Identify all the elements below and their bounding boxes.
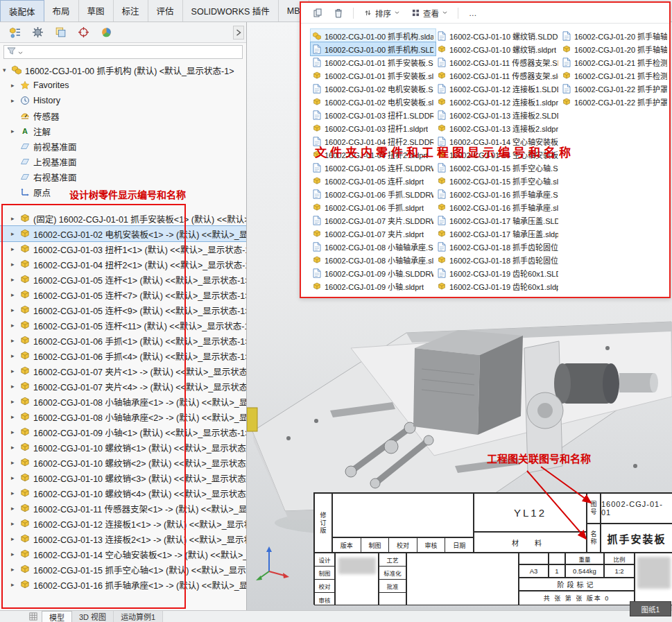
tree-part-item[interactable]: ▸16002-CGJ-01-03 扭杆1<1> (默认) <<默认>_显示状态-… bbox=[0, 241, 246, 257]
expand-arrow-icon[interactable]: ▸ bbox=[11, 276, 20, 283]
file-item[interactable]: 16002-CGJ-01-03 扭杆1.sldprt bbox=[311, 121, 430, 135]
tree-part-item[interactable]: ▸16002-CGJ-01-06 手抓<1> (默认) <<默认>_显示状态-1… bbox=[0, 333, 246, 348]
file-item[interactable]: 16002-CGJ-01-11 传感器支架.SLDDRW bbox=[436, 55, 560, 69]
tree-part-item[interactable]: ▸16002-CGJ-01-05 连杆<7> (默认) <<默认>_显示状态-1… bbox=[0, 287, 246, 302]
file-item[interactable]: 16002-CGJ-01-03 扭杆1.SLDDRW bbox=[311, 108, 436, 121]
file-item[interactable]: 16002-CGJ-01-10 螺纹销.SLDDRW bbox=[436, 29, 560, 42]
tree-part-item[interactable]: ▸16002-CGJ-01-08 小轴轴承座<1> -> (默认) <<默认>_… bbox=[0, 394, 246, 409]
file-item[interactable]: 16002-CGJ-01-08 小轴轴承座.SLDDRW bbox=[311, 240, 436, 253]
tree-folder-item[interactable]: ▸A注解 bbox=[0, 123, 55, 139]
tree-part-item[interactable]: ▸16002-CGJ-01-06 手抓<4> (默认) <<默认>_显示状态-1… bbox=[0, 348, 246, 363]
tree-part-item[interactable]: ▸16002-CGJ-01-05 连杆<1> (默认) <<默认>_显示状态-1… bbox=[0, 272, 246, 287]
file-item[interactable]: 16002-CGJ-01-04 扭杆2.sldprt bbox=[311, 148, 430, 161]
propertymanager-tab-icon[interactable] bbox=[30, 25, 45, 40]
tree-part-item[interactable]: ▸16002-CGJ-01-13 连接板2<1> -> (默认) <<默认>_显… bbox=[0, 531, 246, 546]
tree-part-item[interactable]: ▸16002-CGJ-01-10 螺纹销<4> (默认) <<默认>_显示状态-… bbox=[0, 485, 246, 501]
file-item[interactable]: 16002-CGJ-01-13 连接板2.SLDDRW bbox=[436, 108, 560, 121]
expand-arrow-icon[interactable]: ▸ bbox=[11, 97, 20, 104]
sheet-tab[interactable]: 图纸1 bbox=[630, 601, 671, 616]
file-item[interactable]: 16002-CGJ-01-21 抓手检测块.SLDDRW bbox=[560, 55, 669, 69]
file-item[interactable]: 16002-CGJ-01-22 抓手护罩.sldprt bbox=[560, 95, 669, 108]
expand-arrow-icon[interactable]: ▸ bbox=[11, 261, 20, 268]
file-item[interactable]: 16002-CGJ-01-13 连接板2.sldprt bbox=[436, 121, 560, 135]
file-item[interactable]: 16002-CGJ-01-19 齿轮60x1.SLDDRW bbox=[436, 266, 560, 279]
file-item[interactable]: 16002-CGJ-01-18 抓手齿轮固位块.SLDDRW bbox=[436, 240, 560, 253]
file-item[interactable]: 16002-CGJ-01-21 抓手检测块.sldprt bbox=[560, 69, 669, 82]
dimxpertmanager-tab-icon[interactable] bbox=[76, 25, 91, 40]
tree-part-item[interactable]: ▸(固定) 16002-CGJ-01-01 抓手安装板<1> (默认) <<默认… bbox=[0, 211, 246, 226]
expand-arrow-icon[interactable]: ▸ bbox=[11, 413, 20, 420]
tree-folder-item[interactable]: 右视基准面 bbox=[0, 169, 81, 184]
tree-part-item[interactable]: ▸16002-CGJ-01-07 夹片<1> -> (默认) <<默认>_显示状… bbox=[0, 363, 246, 379]
expand-arrow-icon[interactable]: ▾ bbox=[3, 67, 12, 74]
file-item[interactable]: 16002-CGJ-01-16 抓手轴承座.SLDDRW bbox=[436, 187, 560, 200]
commandmanager-tab[interactable]: 标注 bbox=[114, 0, 148, 21]
expand-arrow-icon[interactable]: ▸ bbox=[11, 474, 20, 481]
file-item[interactable]: 16002-CGJ-01-14 空心轴安装板.SLDDRW bbox=[436, 135, 560, 148]
file-item[interactable]: 16002-CGJ-01-04 扭杆2.SLDDRW bbox=[311, 135, 436, 148]
expand-arrow-icon[interactable]: ▸ bbox=[11, 82, 20, 89]
tree-part-item[interactable]: ▸16002-CGJ-01-14 空心轴安装板<1> -> (默认) <<默认>… bbox=[0, 546, 246, 562]
file-item[interactable]: 16002-CGJ-01-11 传感器支架.sldprt bbox=[436, 69, 560, 82]
file-item[interactable]: 16002-CGJ-01-07 夹片.sldprt bbox=[311, 227, 426, 240]
tree-part-item[interactable]: ▸16002-CGJ-01-15 抓手空心轴<1> (默认) <<默认>_显示状… bbox=[0, 562, 246, 577]
expand-arrow-icon[interactable]: ▸ bbox=[11, 444, 20, 451]
expand-arrow-icon[interactable]: ▸ bbox=[11, 306, 20, 313]
expand-arrow-icon[interactable]: ▸ bbox=[11, 215, 20, 222]
tree-filter[interactable] bbox=[3, 45, 243, 59]
expand-arrow-icon[interactable]: ▸ bbox=[11, 535, 20, 542]
view-button[interactable]: 查看 bbox=[406, 5, 453, 21]
file-item[interactable]: 16002-CGJ-01-17 轴承压盖.sldprt bbox=[436, 227, 560, 240]
file-item[interactable]: 16002-CGJ-01-00 抓手机构.sldasm bbox=[311, 29, 436, 42]
document-tab[interactable]: 模型 bbox=[42, 611, 72, 622]
expand-arrow-icon[interactable]: ▸ bbox=[11, 383, 20, 390]
file-item[interactable]: 16002-CGJ-01-20 抓手轴轴套.SLDDRW bbox=[560, 29, 669, 42]
expand-arrow-icon[interactable]: ▸ bbox=[11, 581, 20, 588]
tree-part-item[interactable]: ▸16002-CGJ-01-16 抓手轴承座<1> -> (默认) <<默认>_… bbox=[0, 577, 246, 592]
expand-arrow-icon[interactable]: ▸ bbox=[11, 505, 20, 512]
commandmanager-tab[interactable]: 布局 bbox=[44, 0, 79, 21]
document-tab[interactable]: 3D 视图 bbox=[72, 611, 114, 622]
tree-folder-item[interactable]: 原点 bbox=[0, 184, 55, 200]
expand-arrow-icon[interactable]: ▸ bbox=[11, 352, 20, 359]
expand-arrow-icon[interactable]: ▸ bbox=[11, 520, 20, 527]
file-item[interactable]: 16002-CGJ-01-05 连杆.SLDDRW bbox=[311, 161, 436, 174]
commandmanager-tab[interactable]: SOLIDWORKS 插件 bbox=[183, 0, 279, 21]
file-item[interactable]: 16002-CGJ-01-09 小轴.sldprt bbox=[311, 279, 426, 293]
file-item[interactable]: 16002-CGJ-01-14 空心轴安装板.sldprt bbox=[436, 148, 560, 161]
more-button[interactable]: … bbox=[463, 6, 483, 20]
file-item[interactable]: 16002-CGJ-01-02 电机安装板.sldprt bbox=[311, 95, 436, 108]
commandmanager-tab[interactable]: 草图 bbox=[79, 0, 114, 21]
expand-arrow-icon[interactable]: ▸ bbox=[11, 245, 20, 252]
tree-folder-item[interactable]: 前视基准面 bbox=[0, 139, 81, 154]
expand-arrow-icon[interactable]: ▸ bbox=[11, 230, 20, 237]
file-item[interactable]: 16002-CGJ-01-09 小轴.SLDDRW bbox=[311, 266, 436, 279]
file-item[interactable]: 16002-CGJ-01-18 抓手齿轮固位块.sldprt bbox=[436, 253, 560, 266]
expand-arrow-icon[interactable]: ▸ bbox=[11, 398, 20, 405]
file-item[interactable]: 16002-CGJ-01-12 连接板1.sldprt bbox=[436, 95, 560, 108]
file-item[interactable]: 16002-CGJ-01-07 夹片.SLDDRW bbox=[311, 214, 436, 227]
file-item[interactable]: 16002-CGJ-01-10 螺纹销.sldprt bbox=[436, 42, 558, 55]
commandmanager-tab[interactable]: 评估 bbox=[148, 0, 183, 21]
tree-part-item[interactable]: ▸16002-CGJ-01-12 连接板1<1> -> (默认) <<默认>_显… bbox=[0, 516, 246, 531]
file-item[interactable]: 16002-CGJ-01-22 抓手护罩.SLDDRW bbox=[560, 82, 669, 95]
file-item[interactable]: 16002-CGJ-01-19 齿轮60x1.sldprt bbox=[436, 279, 560, 293]
commandmanager-tab[interactable]: 装配体 bbox=[0, 0, 44, 21]
file-item[interactable]: 16002-CGJ-01-01 抓手安装板.sldprt bbox=[311, 69, 436, 82]
panel-flyout-arrow-icon[interactable] bbox=[233, 26, 244, 40]
expand-arrow-icon[interactable]: ▸ bbox=[11, 291, 20, 298]
tree-folder-item[interactable]: ▸Favorites bbox=[0, 78, 73, 93]
tree-part-item[interactable]: ▸16002-CGJ-01-05 连杆<9> (默认) <<默认>_显示状态-1… bbox=[0, 302, 246, 318]
expand-arrow-icon[interactable]: ▸ bbox=[11, 368, 20, 374]
file-item[interactable]: 16002-CGJ-01-16 抓手轴承座.sldprt bbox=[436, 200, 560, 214]
tree-part-item[interactable]: ▸16002-CGJ-01-05 连杆<11> (默认) <<默认>_显示状态-… bbox=[0, 318, 246, 333]
tree-part-item[interactable]: ▸16002-CGJ-01-09 小轴<1> (默认) <<默认>_显示状态-1… bbox=[0, 424, 246, 440]
tree-part-item[interactable]: ▸16002-CGJ-01-11 传感器支架<1> -> (默认) <<默认>_… bbox=[0, 501, 246, 516]
tree-folder-item[interactable]: ▸History bbox=[0, 93, 64, 108]
expand-arrow-icon[interactable]: ▸ bbox=[11, 337, 20, 344]
file-item[interactable]: 16002-CGJ-01-00 抓手机构.SLDDRW bbox=[311, 42, 436, 55]
expand-arrow-icon[interactable]: ▸ bbox=[11, 429, 20, 435]
expand-arrow-icon[interactable]: ▸ bbox=[11, 459, 20, 466]
tree-part-item[interactable]: ▸16002-CGJ-01-02 电机安装板<1> -> (默认) <<默认>_… bbox=[0, 226, 246, 241]
expand-arrow-icon[interactable]: ▸ bbox=[11, 566, 20, 573]
